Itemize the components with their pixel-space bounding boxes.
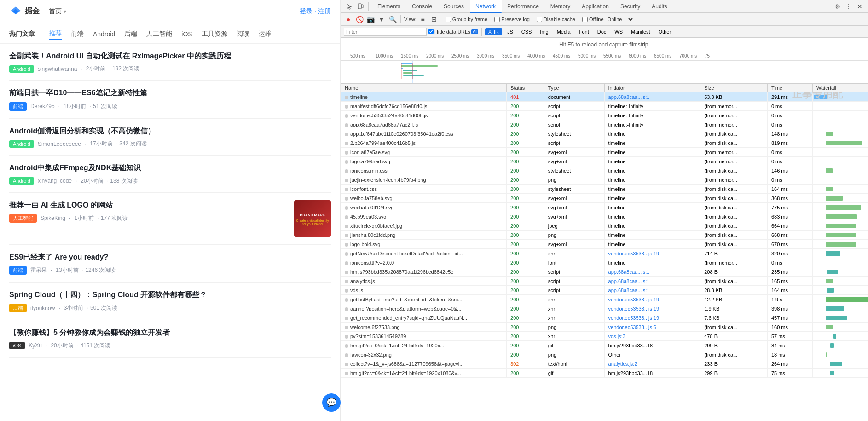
filter-xhr[interactable]: XHR <box>485 28 502 35</box>
filter-css[interactable]: CSS <box>518 28 535 35</box>
list-item[interactable]: Spring Cloud（十四）：Spring Cloud 开源软件都有哪些？ … <box>9 283 331 320</box>
table-row[interactable]: welcome.6f27533.png200pngvendor.ec53533.… <box>341 323 868 332</box>
table-row[interactable]: app.1cf647abe1f10e0260703f35041ea2f0.css… <box>341 129 868 138</box>
network-table-container[interactable]: Name Status Type Initiator Size Time Wat… <box>341 84 868 421</box>
filter-input[interactable] <box>344 28 427 36</box>
list-item[interactable]: 全副武装！Android UI 自动化测试在 RxImagePicker 中的实… <box>9 44 331 81</box>
col-type[interactable]: Type <box>544 84 604 92</box>
cat-tab-backend[interactable]: 后端 <box>124 29 137 39</box>
cat-tab-reading[interactable]: 阅读 <box>237 29 249 39</box>
list-item[interactable]: BRAND MARK Create a visual identity for … <box>9 193 331 245</box>
table-row[interactable]: weibo.fa758eb.svg200svg+xmltimeline(from… <box>341 194 868 203</box>
filter-ws[interactable]: WS <box>611 28 626 35</box>
article-tag[interactable]: Android <box>9 65 34 73</box>
col-size[interactable]: Size <box>700 84 768 92</box>
article-tag[interactable]: 后端 <box>9 304 27 312</box>
cat-tab-android[interactable]: Android <box>93 29 115 39</box>
table-row[interactable]: ionicons.ttf?v=2.0.0200fonttimeline(from… <box>341 258 868 267</box>
table-row[interactable]: jianshu.80c1fdd.png200pngtimeline(from d… <box>341 231 868 240</box>
table-row[interactable]: 45.b99ea03.svg200svg+xmltimeline(from di… <box>341 212 868 221</box>
offline-label[interactable]: Offline <box>582 17 604 22</box>
filter-manifest[interactable]: Manifest <box>628 28 654 35</box>
table-row[interactable]: ionicons.min.css200stylesheettimeline(fr… <box>341 166 868 175</box>
table-row[interactable]: vds.js200scriptapp.68a8caa...js:128.3 KB… <box>341 286 868 295</box>
initiator-link[interactable]: app.68a8caa...js:1 <box>608 288 650 293</box>
hide-data-urls-label[interactable]: Hide data URLs AI <box>428 29 478 35</box>
filter-img[interactable]: Img <box>537 28 551 35</box>
filter-icon-btn[interactable]: ▼ <box>377 15 386 24</box>
view-list-btn[interactable]: ≡ <box>418 15 428 24</box>
tab-application[interactable]: Application <box>576 0 615 13</box>
nav-home[interactable]: 首页 <box>49 7 62 16</box>
juejin-logo[interactable]: 掘金 <box>9 5 40 18</box>
table-row[interactable]: iconfont.css200stylesheettimeline(from d… <box>341 185 868 194</box>
initiator-link[interactable]: vendor.ec53533...js:19 <box>608 315 660 321</box>
table-row[interactable]: getListByLastTime?uid=&client_id=&token=… <box>341 295 868 304</box>
table-row[interactable]: vendor.ec53533524a40c41d008.js200scriptt… <box>341 111 868 120</box>
close-devtools-btn[interactable]: ✕ <box>855 2 864 11</box>
tab-elements[interactable]: Elements <box>372 0 406 13</box>
nav-arrow[interactable]: ▾ <box>64 8 66 15</box>
capture-btn[interactable]: 📷 <box>366 15 375 24</box>
table-row[interactable]: manifest.dff6dcfd76cd156e8840.js200scrip… <box>341 102 868 111</box>
device-icon-btn[interactable] <box>356 2 365 11</box>
initiator-link[interactable]: vendor.ec53533...js:6 <box>608 324 657 330</box>
cat-tab-ai[interactable]: 人工智能 <box>146 29 172 39</box>
table-row[interactable]: hm.gif?cc=0&ck=1&cl=24-bit&ds=1920x1080&… <box>341 369 868 378</box>
initiator-link[interactable]: vendor.ec53533...js:19 <box>608 297 660 302</box>
preserve-log-checkbox[interactable] <box>494 17 500 22</box>
table-row[interactable]: analytics.js200scriptapp.68a8caa...js:1(… <box>341 277 868 286</box>
filter-doc[interactable]: Doc <box>594 28 610 35</box>
tab-memory[interactable]: Memory <box>545 0 576 13</box>
table-row[interactable]: get_recommended_entry?sqid=qnaZUUQaaNaaN… <box>341 313 868 323</box>
filter-js[interactable]: JS <box>504 28 516 35</box>
article-tag[interactable]: 前端 <box>9 102 27 111</box>
tab-sources[interactable]: Sources <box>438 0 470 13</box>
offline-checkbox[interactable] <box>582 17 588 22</box>
initiator-link[interactable]: vendor.ec53533...js:19 <box>608 306 660 311</box>
table-row[interactable]: hm.js?93bbd335a208870aa1f296bcd6842e5e20… <box>341 267 868 277</box>
tab-performance[interactable]: Performance <box>502 0 545 13</box>
table-row[interactable]: favicon-32x32.png200pngOther(from disk c… <box>341 350 868 359</box>
filter-font[interactable]: Font <box>576 28 592 35</box>
col-name[interactable]: Name <box>341 84 507 92</box>
tab-console[interactable]: Console <box>406 0 438 13</box>
more-icon-btn[interactable]: ⋮ <box>844 2 853 11</box>
group-by-frame-label[interactable]: Group by frame <box>446 17 487 22</box>
article-tag[interactable]: Android <box>9 140 34 148</box>
table-row[interactable]: juejin-extension-icon.4b79fb4.png200pngt… <box>341 175 868 185</box>
table-row[interactable]: xitucircle-qr.0bfaeef.jpg200jpegtimeline… <box>341 221 868 231</box>
search-icon-btn[interactable]: 🔍 <box>388 15 397 24</box>
table-row[interactable]: pv?stm=1533614549289200xhrvds.js:3478 B5… <box>341 332 868 341</box>
list-item[interactable]: Android中集成FFmpeg及NDK基础知识 Android xinyang… <box>9 156 331 192</box>
initiator-link[interactable]: app.68a8caa...js:1 <box>608 94 650 100</box>
preserve-log-label[interactable]: Preserve log <box>494 17 530 22</box>
col-status[interactable]: Status <box>507 84 544 92</box>
col-time[interactable]: Time <box>767 84 812 92</box>
table-row[interactable]: timeline401documentapp.68a8caa...js:153.… <box>341 92 868 102</box>
table-row[interactable]: 2.b264a7994ae400c416b5.js200scripttimeli… <box>341 138 868 148</box>
initiator-link[interactable]: vds.js:3 <box>608 334 625 339</box>
initiator-link[interactable]: vendor.ec53533...js:19 <box>608 251 660 256</box>
filter-other[interactable]: Other <box>655 28 675 35</box>
table-row[interactable]: wechat.e0ff124.svg200svg+xmltimeline(fro… <box>341 203 868 212</box>
auth-link[interactable]: 登录 · 注册 <box>300 7 331 16</box>
tab-network[interactable]: Network <box>470 0 502 13</box>
cat-tab-ios[interactable]: iOS <box>181 29 192 39</box>
record-btn[interactable]: ● <box>344 15 353 24</box>
tab-security[interactable]: Security <box>615 0 646 13</box>
col-waterfall[interactable]: Waterfall <box>813 84 868 92</box>
col-initiator[interactable]: Initiator <box>604 84 700 92</box>
initiator-link[interactable]: app.68a8caa...js:1 <box>608 269 650 275</box>
initiator-link[interactable]: analytics.js:2 <box>608 361 637 367</box>
tab-audits[interactable]: Audits <box>646 0 673 13</box>
article-tag[interactable]: Android <box>9 177 34 185</box>
table-row[interactable]: aanner?position=hero&platform=web&page=0… <box>341 304 868 313</box>
article-tag[interactable]: 前端 <box>9 266 27 275</box>
hide-data-urls-checkbox[interactable] <box>428 29 434 34</box>
table-row[interactable]: hm.gif?cc=0&ck=1&cl=24-bit&ds=1920x...20… <box>341 341 868 350</box>
table-row[interactable]: icon.a87e5ae.svg200svg+xmltimeline(from … <box>341 148 868 157</box>
message-icon[interactable]: 💬 <box>322 393 341 412</box>
table-row[interactable]: getNewUserDiscountTicketDetail?uid=&clie… <box>341 249 868 258</box>
table-row[interactable]: app.68a8caa7ad68a77ac2ff.js200scripttime… <box>341 120 868 129</box>
